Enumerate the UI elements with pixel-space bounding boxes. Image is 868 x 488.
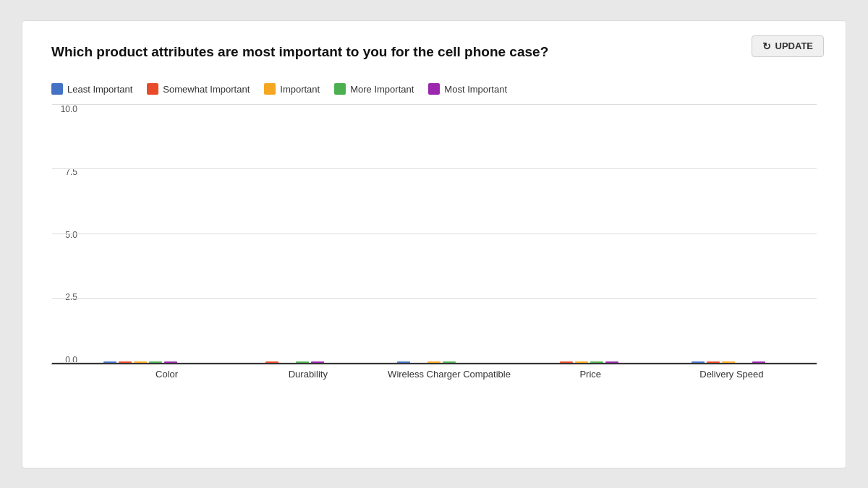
update-label: UPDATE [775,40,813,51]
legend-color [51,83,63,95]
legend-item: Important [264,83,320,95]
legend-label: Least Important [67,84,132,95]
chart-container: 10.07.55.02.50.0 ColorDurabilityWireless… [51,105,817,380]
bar [296,361,309,363]
bar-group [692,361,765,363]
legend-label: Somewhat Important [163,84,250,95]
legend-color [334,83,346,95]
bar [590,361,603,363]
bar [103,361,116,363]
bar [164,361,177,363]
x-labels: ColorDurabilityWireless Charger Compatib… [82,364,817,380]
group-bars [397,361,471,363]
bar-group [397,361,471,363]
bar-group [250,361,324,363]
bar [692,361,705,363]
legend: Least Important Somewhat Important Impor… [51,83,817,95]
bars-area [52,105,817,363]
legend-item: More Important [334,83,414,95]
bar [443,361,456,363]
legend-item: Most Important [428,83,507,95]
bar [265,361,278,363]
x-axis-label: Color [96,369,237,380]
legend-label: More Important [350,84,414,95]
chart-card: ↻ UPDATE Which product attributes are mo… [22,20,846,468]
legend-label: Most Important [444,84,507,95]
bar [752,361,765,363]
bar [134,361,147,363]
update-button[interactable]: ↻ UPDATE [752,35,824,57]
legend-label: Important [280,84,320,95]
x-axis-label: Price [520,369,661,380]
bar-group [103,361,177,363]
question-title: Which product attributes are most import… [51,43,644,62]
group-bars [250,361,324,363]
x-axis-label: Delivery Speed [661,369,802,380]
refresh-icon: ↻ [762,40,771,52]
bar-group [545,361,618,363]
bar [722,361,735,363]
legend-item: Least Important [51,83,132,95]
bar [560,361,573,363]
group-bars [692,361,765,363]
bar [575,361,588,363]
bar [119,361,132,363]
x-axis-label: Wireless Charger Compatible [378,369,519,380]
legend-color [264,83,276,95]
bar [149,361,162,363]
legend-item: Somewhat Important [147,83,250,95]
bar [397,361,410,363]
x-axis-label: Durability [237,369,378,380]
bar [707,361,720,363]
group-bars [103,361,177,363]
bar [605,361,618,363]
plot-area [51,105,817,364]
bar [427,361,441,363]
legend-color [147,83,158,95]
chart-area: Least Important Somewhat Important Impor… [51,83,817,380]
bar [311,361,324,363]
group-bars [545,361,618,363]
legend-color [428,83,440,95]
